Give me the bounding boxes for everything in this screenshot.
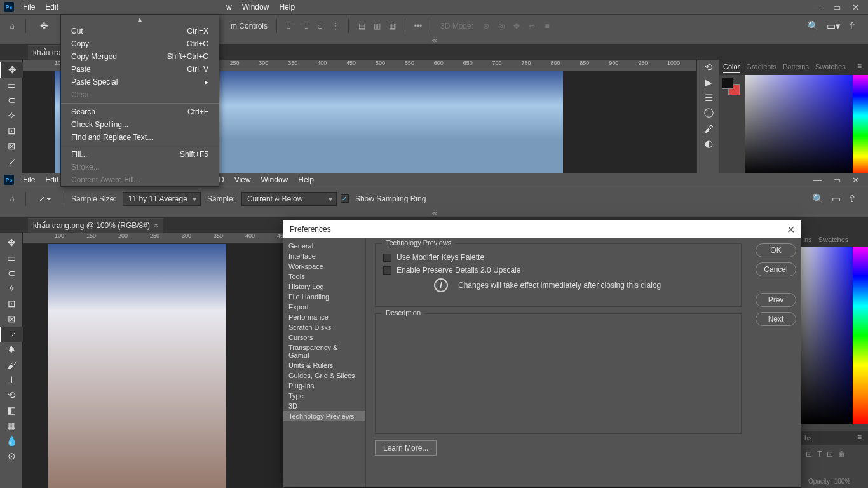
menu-find-replace[interactable]: Find and Replace Text...	[61, 131, 219, 144]
align-spacing-icon[interactable]: ⋮	[329, 20, 342, 32]
hue-slider[interactable]	[853, 247, 868, 424]
fg-color-swatch[interactable]	[722, 78, 733, 89]
truncated-tab-2[interactable]: hs	[804, 433, 812, 443]
dodge-tool-icon[interactable]: ⊙	[0, 449, 23, 464]
color-field[interactable]	[745, 75, 853, 177]
opacity-value[interactable]: 100%	[834, 478, 851, 485]
home-icon[interactable]: ⌂	[5, 193, 19, 205]
brush-icon[interactable]: 🖌	[697, 121, 720, 136]
lasso-tool-icon[interactable]: ⊂	[0, 266, 23, 281]
patterns-tab[interactable]: Patterns	[783, 62, 809, 73]
close-icon[interactable]: ✕	[852, 3, 859, 12]
collapse-bot-row[interactable]: ≪	[0, 210, 868, 217]
prev-button[interactable]: Prev	[756, 293, 796, 307]
wand-tool-icon[interactable]: ✧	[0, 108, 23, 123]
info-icon[interactable]: ⓘ	[697, 105, 720, 121]
cat-guides-grid[interactable]: Guides, Grid & Slices	[283, 370, 365, 381]
color-field[interactable]	[801, 247, 853, 424]
move-tool-icon[interactable]: ✥	[0, 235, 23, 250]
menu-copy-merged[interactable]: Copy MergedShift+Ctrl+C	[61, 50, 219, 63]
dialog-close-icon[interactable]: ✕	[787, 224, 795, 236]
cat-transparency[interactable]: Transparency & Gamut	[283, 342, 365, 360]
crop-tool-icon[interactable]: ⊡	[0, 296, 23, 311]
cancel-button[interactable]: Cancel	[756, 262, 796, 276]
collapsed-panel-col[interactable]: ⟲ ▶ ☰ ⓘ 🖌 ◐	[696, 60, 719, 173]
marquee-tool-icon[interactable]: ▭	[0, 78, 23, 93]
eyedropper-tool-icon[interactable]: ⟋	[0, 154, 23, 169]
cat-plugins[interactable]: Plug-Ins	[283, 381, 365, 391]
menu-window[interactable]: Window	[237, 1, 275, 13]
align-right-icon[interactable]: ⫏	[314, 20, 327, 32]
minimize-icon[interactable]: —	[813, 3, 822, 12]
play-icon[interactable]: ▶	[697, 75, 720, 90]
canvas-image[interactable]	[48, 244, 226, 488]
cat-general[interactable]: General	[283, 241, 365, 251]
healing-tool-icon[interactable]: ✹	[0, 342, 23, 357]
workspace-icon[interactable]: ▭▾	[827, 20, 841, 32]
properties-icon[interactable]: ☰	[697, 90, 720, 105]
menu-truncated[interactable]: w	[221, 1, 237, 13]
trash-icon[interactable]: 🗑	[838, 450, 846, 459]
menu-view[interactable]: View	[229, 173, 256, 186]
gradient-tool-icon[interactable]: ▦	[0, 418, 23, 433]
swatches-tab[interactable]: Swatches	[815, 62, 846, 73]
align-left-icon[interactable]: ⫍	[283, 20, 296, 32]
document-tab[interactable]: khẩu trang.png @ 100% (RGB/8#) ×	[28, 218, 163, 233]
menu-scroll-up-icon[interactable]: ▲	[61, 15, 219, 25]
search-icon[interactable]: 🔍	[812, 193, 824, 205]
cat-performance[interactable]: Performance	[283, 312, 365, 322]
maximize-icon[interactable]: ▭	[833, 175, 841, 185]
distribute-bot-icon[interactable]: ▦	[386, 20, 398, 32]
marquee-tool-icon[interactable]: ▭	[0, 250, 23, 266]
brush-tool-icon[interactable]: 🖌	[0, 357, 23, 372]
more-icon[interactable]: •••	[412, 20, 424, 32]
swatches-tab[interactable]: Swatches	[818, 234, 849, 245]
move-tool-icon[interactable]: ✥	[0, 62, 23, 78]
cat-workspace[interactable]: Workspace	[283, 261, 365, 271]
align-icon[interactable]: ⊡	[806, 450, 812, 459]
eyedropper-icon[interactable]: ⟋▾	[32, 191, 55, 207]
menu-search[interactable]: SearchCtrl+F	[61, 105, 219, 118]
share-icon[interactable]: ⇧	[848, 193, 857, 205]
history-brush-icon[interactable]: ⟲	[0, 388, 23, 403]
frame-tool-icon[interactable]: ⊠	[0, 311, 23, 327]
align-center-icon[interactable]: ⫎	[299, 20, 311, 32]
menu-check-spelling[interactable]: Check Spelling...	[61, 118, 219, 131]
stamp-tool-icon[interactable]: ⊥	[0, 372, 23, 388]
move-tool-icon[interactable]: ✥	[32, 18, 55, 34]
menu-window[interactable]: Window	[256, 173, 294, 186]
type-icon[interactable]: T	[817, 450, 822, 459]
cat-export[interactable]: Export	[283, 302, 365, 312]
sample-size-dropdown[interactable]: 11 by 11 Average	[123, 192, 201, 206]
eyedropper-tool-icon[interactable]: ⟋	[0, 327, 23, 342]
blur-tool-icon[interactable]: 💧	[0, 433, 23, 449]
menu-cut[interactable]: CutCtrl+X	[61, 25, 219, 37]
maximize-icon[interactable]: ▭	[833, 3, 841, 12]
fg-bg-swatch[interactable]	[722, 78, 740, 95]
modifier-keys-checkbox[interactable]	[383, 254, 391, 262]
hue-slider[interactable]	[853, 75, 868, 177]
cat-file-handling[interactable]: File Handling	[283, 292, 365, 302]
cat-tech-previews[interactable]: Technology Previews	[283, 411, 365, 421]
tab-close-icon[interactable]: ×	[154, 221, 158, 230]
menu-help[interactable]: Help	[293, 173, 319, 186]
wand-tool-icon[interactable]: ✧	[0, 281, 23, 296]
distribute-mid-icon[interactable]: ▥	[370, 20, 383, 32]
cat-3d[interactable]: 3D	[283, 401, 365, 411]
home-icon[interactable]: ⌂	[5, 20, 19, 32]
history-icon[interactable]: ⟲	[697, 60, 720, 75]
workspace-icon[interactable]: ▭	[832, 193, 841, 205]
frame-tool-icon[interactable]: ⊠	[0, 139, 23, 154]
minimize-icon[interactable]: —	[813, 175, 822, 185]
crop-tool-icon[interactable]: ⊡	[0, 123, 23, 139]
search-icon[interactable]: 🔍	[807, 20, 819, 32]
menu-help[interactable]: Help	[274, 1, 300, 13]
lasso-tool-icon[interactable]: ⊂	[0, 93, 23, 108]
next-button[interactable]: Next	[756, 312, 796, 326]
cat-scratch-disks[interactable]: Scratch Disks	[283, 322, 365, 332]
panel-menu-icon[interactable]: ≡	[855, 62, 864, 73]
cat-cursors[interactable]: Cursors	[283, 332, 365, 342]
learn-more-button[interactable]: Learn More...	[375, 440, 437, 456]
sample-dropdown[interactable]: Current & Below	[241, 192, 337, 206]
cat-tools[interactable]: Tools	[283, 271, 365, 281]
